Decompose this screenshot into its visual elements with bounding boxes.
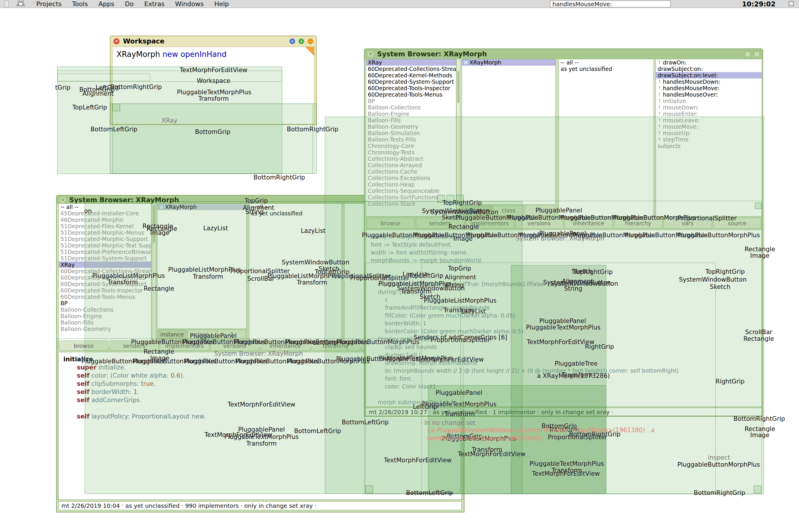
- clock-icon[interactable]: [789, 1, 794, 6]
- collapse-icon[interactable]: [754, 51, 760, 57]
- list-item[interactable]: 51Deprecated-Files-Kernel: [59, 223, 151, 229]
- list-item[interactable]: 60Deprecated-System-Support: [59, 281, 151, 287]
- menu-item-projects[interactable]: Projects: [36, 0, 62, 7]
- list-item[interactable]: Balloon-Collections: [366, 104, 456, 111]
- list-item[interactable]: ↑mouseUp:: [656, 130, 762, 136]
- list-item[interactable]: Collections-SortFunctions: [366, 194, 456, 201]
- expand-icon[interactable]: [745, 51, 750, 57]
- list-item[interactable]: 60Deprecated-Tools-Menus: [366, 91, 456, 98]
- right-category-list[interactable]: -- all --as yet unclassified: [559, 59, 654, 216]
- list-item[interactable]: ↑handlesMouseDown:: [656, 78, 762, 85]
- list-item[interactable]: Balloon-Engine: [366, 111, 456, 117]
- list-item[interactable]: Balloon-Tests-Fills: [366, 136, 456, 143]
- list-item[interactable]: ↑handlesMouseMove:: [656, 85, 762, 91]
- search-input[interactable]: [550, 1, 670, 7]
- button-hierarchy[interactable]: hierarchy: [311, 341, 361, 351]
- list-item[interactable]: -- all --: [59, 204, 151, 210]
- list-item[interactable]: 60Deprecated-Tools-Menus: [59, 293, 151, 300]
- list-item[interactable]: drawSubject:on:level:: [656, 72, 762, 78]
- list-item[interactable]: 51Deprecated-Morphic-Text Suppo: [59, 242, 151, 249]
- list-item[interactable]: 51Deprecated-Morphic-Support: [59, 236, 151, 242]
- list-item[interactable]: XRayMorph: [462, 59, 555, 66]
- button--[interactable]: ?: [525, 205, 555, 216]
- right-code-pane[interactable]: name := morph externalName.font := TextS…: [366, 230, 762, 407]
- list-item[interactable]: 51Deprecated-PreferenceBrowser: [59, 249, 151, 255]
- collapse-icon[interactable]: −: [308, 39, 313, 44]
- expand-icon[interactable]: +: [298, 39, 304, 44]
- list-item[interactable]: ↑mouseLeave:: [656, 117, 762, 124]
- list-item[interactable]: -- all --: [559, 59, 654, 66]
- list-item[interactable]: BP: [366, 98, 456, 104]
- list-item[interactable]: Chronology-Tests: [366, 149, 456, 155]
- left-class-list[interactable]: XRayMorph: [157, 204, 247, 329]
- left-package-list[interactable]: -- all --45Deprecated-Installer-Core46De…: [58, 204, 151, 348]
- button-vars[interactable]: vars: [664, 218, 712, 228]
- button-instance[interactable]: instance: [158, 329, 186, 339]
- scrollbar[interactable]: [152, 204, 156, 348]
- list-item[interactable]: 60Deprecated-System-Support: [366, 78, 456, 85]
- list-item[interactable]: Collections-Heap: [366, 181, 456, 188]
- menu-item-help[interactable]: Help: [214, 0, 229, 7]
- button-source[interactable]: source: [713, 218, 762, 228]
- list-item[interactable]: 60Deprecated-Kernel-Methods: [366, 72, 456, 78]
- list-item[interactable]: Balloon-Collections: [59, 306, 151, 313]
- list-item[interactable]: Balloon-Geometry: [366, 124, 456, 130]
- button-class[interactable]: class: [187, 329, 216, 339]
- menu-item-apps[interactable]: Apps: [98, 0, 114, 7]
- workspace-titlebar[interactable]: ✕ Workspace ▾ + −: [110, 36, 316, 46]
- close-icon[interactable]: ✕: [113, 38, 120, 44]
- list-item[interactable]: Collections-Exceptions: [366, 175, 456, 181]
- list-item[interactable]: Collections-Abstract: [366, 155, 456, 162]
- list-item[interactable]: Balloon-Fills: [59, 319, 151, 326]
- button-inheritance[interactable]: inheritance: [260, 341, 310, 351]
- close-icon[interactable]: ✕: [60, 197, 66, 203]
- list-item[interactable]: 60Deprecated-Tools-Inspector: [59, 287, 151, 293]
- button-versions[interactable]: versions: [515, 218, 564, 228]
- button-senders[interactable]: senders: [416, 218, 465, 228]
- button-instance[interactable]: instance: [462, 205, 492, 216]
- list-item[interactable]: Chronology-Core: [366, 143, 456, 149]
- menu-item-tools[interactable]: Tools: [72, 0, 88, 7]
- list-item[interactable]: 60Deprecated-Collections-Streams: [59, 268, 151, 274]
- list-item[interactable]: 51Deprecated-System-Support: [59, 255, 151, 262]
- button--[interactable]: ?: [217, 329, 246, 339]
- list-item[interactable]: Balloon-Geometry: [59, 326, 151, 332]
- list-item[interactable]: BP: [59, 300, 151, 306]
- list-item[interactable]: ↑handlesMouseOver:: [656, 91, 762, 98]
- list-item[interactable]: XRay: [366, 59, 456, 66]
- list-item[interactable]: 46Deprecated-Morphic: [59, 216, 151, 223]
- list-item[interactable]: XRayMorph: [158, 204, 246, 210]
- right-method-list[interactable]: ↑drawOn:drawSubject:on:drawSubject:on:le…: [656, 59, 762, 216]
- right-browser-titlebar[interactable]: ✕ System Browser: XRayMorph: [365, 49, 762, 59]
- list-item[interactable]: drawSubject:on:: [656, 66, 762, 72]
- list-item[interactable]: Balloon-Engine: [59, 313, 151, 319]
- menu-item-do[interactable]: Do: [125, 0, 133, 7]
- list-item[interactable]: ↑initialize: [656, 98, 762, 104]
- scrollbar-thumb[interactable]: [153, 205, 155, 243]
- list-item[interactable]: as yet unclassified: [559, 66, 654, 72]
- list-item[interactable]: Collections-Sequenceable: [366, 188, 456, 194]
- list-item[interactable]: Balloon-Simulation: [366, 130, 456, 136]
- list-item[interactable]: 45Deprecated-Installer-Core: [59, 210, 151, 216]
- list-item[interactable]: Collections-Arrayed: [366, 162, 456, 168]
- menu-item-windows[interactable]: Windows: [175, 0, 204, 7]
- right-package-list[interactable]: XRay60Deprecated-Collections-Stream60Dep…: [366, 59, 456, 216]
- list-item[interactable]: subjects: [656, 143, 762, 149]
- workspace-text-area[interactable]: XRayMorph new openInHand: [112, 47, 314, 124]
- button-browse[interactable]: browse: [59, 341, 108, 351]
- scrollbar-thumb[interactable]: [457, 71, 459, 103]
- list-item[interactable]: Collections-Cache: [366, 168, 456, 175]
- list-item[interactable]: ↑mouseDown:: [656, 104, 762, 111]
- button-implementors[interactable]: implementors: [160, 341, 209, 351]
- button-implementors[interactable]: implementors: [466, 218, 514, 228]
- button-browse[interactable]: browse: [366, 218, 415, 228]
- button-versions[interactable]: versions: [210, 341, 260, 351]
- list-item[interactable]: -- all --: [249, 204, 342, 210]
- button-senders[interactable]: senders: [110, 341, 159, 351]
- button-class[interactable]: class: [493, 205, 524, 216]
- button-inheritance[interactable]: inheritance: [564, 218, 613, 228]
- list-item[interactable]: XRay: [59, 262, 151, 268]
- list-item[interactable]: ↑mouseMove:: [656, 124, 762, 130]
- right-class-list[interactable]: XRayMorph: [461, 59, 556, 205]
- close-icon[interactable]: ✕: [367, 51, 374, 57]
